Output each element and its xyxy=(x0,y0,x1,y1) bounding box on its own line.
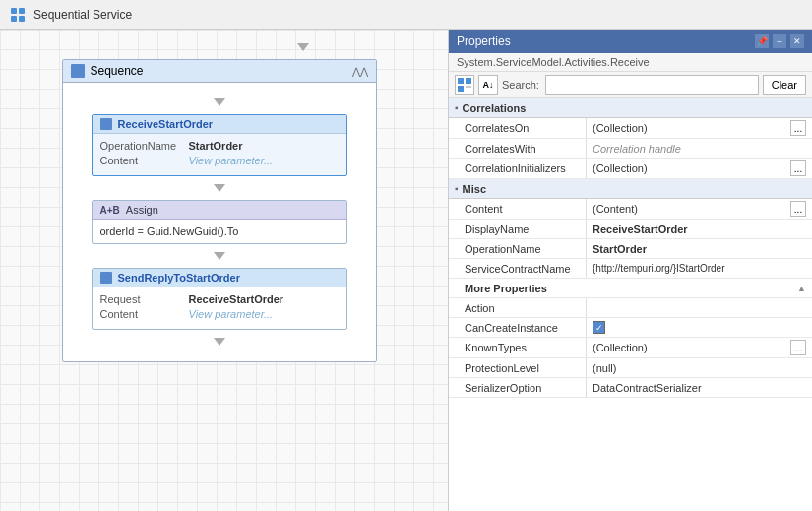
prop-name-protection-level: ProtectionLevel xyxy=(449,358,587,377)
send-reply-value-1: View parameter... xyxy=(189,308,274,320)
assign-activity[interactable]: A+B Assign orderId = Guid.NewGuid().To xyxy=(92,200,347,244)
misc-toggle[interactable]: ▪ xyxy=(455,183,459,194)
prop-can-create: CanCreateInstance ✓ xyxy=(449,318,812,338)
prop-name-correlates-with: CorrelatesWith xyxy=(449,139,587,158)
sequence-body: ReceiveStartOrder OperationName StartOrd… xyxy=(63,83,376,361)
prop-value-can-create: ✓ xyxy=(587,318,812,337)
connector-2 xyxy=(214,252,225,260)
more-props-row[interactable]: More Properties ▲ xyxy=(449,279,812,298)
assign-body: orderId = Guid.NewGuid().To xyxy=(93,220,346,243)
app-icon xyxy=(10,7,26,23)
prop-name-known-types: KnownTypes xyxy=(449,338,587,357)
sequence-label: Sequence xyxy=(91,64,144,78)
connector-1 xyxy=(214,184,225,192)
more-props-collapse-icon: ▲ xyxy=(797,284,806,293)
receive-value-0: StartOrder xyxy=(189,140,243,152)
section-misc: ▪ Misc xyxy=(449,179,812,199)
props-search-input[interactable] xyxy=(545,75,759,95)
prop-name-action: Action xyxy=(449,298,587,317)
prop-value-action xyxy=(587,298,812,317)
prop-name-correlates-on: CorrelatesOn xyxy=(449,118,587,138)
prop-value-protection-level: (null) xyxy=(587,358,812,377)
prop-value-correlates-with: Correlation handle xyxy=(587,139,812,158)
prop-value-service-contract: {http://tempuri.org/}IStartOrder xyxy=(587,259,812,278)
props-pin-btn[interactable]: 📌 xyxy=(755,34,769,48)
workflow-canvas[interactable]: Sequence ⋀⋀ ReceiveStartOrder xyxy=(0,30,448,511)
props-close-btn[interactable]: ✕ xyxy=(790,34,804,48)
receive-row-1: Content View parameter... xyxy=(100,155,339,166)
correlations-label: Correlations xyxy=(463,102,527,114)
svg-rect-7 xyxy=(466,86,471,88)
prop-name-correlation-init: CorrelationInitializers xyxy=(449,159,587,178)
receive-activity[interactable]: ReceiveStartOrder OperationName StartOrd… xyxy=(92,114,347,176)
prop-correlation-init: CorrelationInitializers (Collection) ... xyxy=(449,159,812,179)
send-reply-body: Request ReceiveStartOrder Content View p… xyxy=(93,287,346,329)
svg-rect-5 xyxy=(466,78,471,84)
prop-name-operation-name: OperationName xyxy=(449,239,587,258)
send-reply-value-0: ReceiveStartOrder xyxy=(189,293,284,305)
props-title-bar: Properties 📌 – ✕ xyxy=(449,30,812,53)
sequence-container: Sequence ⋀⋀ ReceiveStartOrder xyxy=(62,59,377,362)
props-title-controls: 📌 – ✕ xyxy=(755,34,804,48)
prop-value-correlates-on: (Collection) ... xyxy=(587,118,812,138)
prop-value-known-types: (Collection) ... xyxy=(587,338,812,357)
prop-value-content: (Content) ... xyxy=(587,199,812,219)
props-minimize-btn[interactable]: – xyxy=(773,34,786,48)
prop-correlates-on: CorrelatesOn (Collection) ... xyxy=(449,118,812,139)
svg-rect-4 xyxy=(458,78,464,84)
content-btn[interactable]: ... xyxy=(790,201,806,217)
prop-action: Action xyxy=(449,298,812,318)
prop-value-serializer: DataContractSerializer xyxy=(587,378,812,397)
prop-value-correlation-init: (Collection) ... xyxy=(587,159,812,178)
receive-icon xyxy=(100,118,112,130)
known-types-btn[interactable]: ... xyxy=(790,340,806,355)
app-title: Sequential Service xyxy=(33,8,132,22)
prop-correlates-with: CorrelatesWith Correlation handle xyxy=(449,139,812,159)
svg-rect-3 xyxy=(19,16,25,22)
misc-label: Misc xyxy=(463,183,486,195)
sequence-icon xyxy=(71,64,85,78)
receive-row-0: OperationName StartOrder xyxy=(100,140,339,152)
sequence-collapse-btn[interactable]: ⋀⋀ xyxy=(352,66,368,77)
can-create-checkbox[interactable]: ✓ xyxy=(593,321,605,334)
prop-name-content: Content xyxy=(449,199,587,219)
send-reply-label-0: Request xyxy=(100,293,189,305)
props-categorized-btn[interactable] xyxy=(455,75,474,95)
props-alphabetical-btn[interactable]: A↓ xyxy=(478,75,498,95)
send-reply-activity[interactable]: SendReplyToStartOrder Request ReceiveSta… xyxy=(92,268,347,330)
prop-name-service-contract: ServiceContractName xyxy=(449,259,587,278)
prop-name-display-name: DisplayName xyxy=(449,220,587,238)
prop-protection-level: ProtectionLevel (null) xyxy=(449,358,812,378)
send-reply-label-1: Content xyxy=(100,308,189,320)
assign-icon: A+B xyxy=(100,205,120,216)
main-content: Sequence ⋀⋀ ReceiveStartOrder xyxy=(0,30,812,511)
props-subtitle: System.ServiceModel.Activities.Receive xyxy=(449,53,812,72)
prop-service-contract: ServiceContractName {http://tempuri.org/… xyxy=(449,259,812,279)
assign-expression: orderId = Guid.NewGuid().To xyxy=(100,225,239,237)
assign-title: Assign xyxy=(126,204,158,216)
prop-serializer: SerializerOption DataContractSerializer xyxy=(449,378,812,398)
send-reply-title: SendReplyToStartOrder xyxy=(118,272,241,284)
props-clear-btn[interactable]: Clear xyxy=(763,75,806,95)
receive-activity-body: OperationName StartOrder Content View pa… xyxy=(93,134,346,175)
correlates-on-btn[interactable]: ... xyxy=(790,120,806,136)
correlations-toggle[interactable]: ▪ xyxy=(455,102,459,113)
prop-name-can-create: CanCreateInstance xyxy=(449,318,587,337)
inner-connector-bottom xyxy=(214,338,225,346)
svg-rect-2 xyxy=(11,16,17,22)
svg-rect-1 xyxy=(19,8,25,14)
prop-name-serializer: SerializerOption xyxy=(449,378,587,397)
receive-label-1: Content xyxy=(100,155,189,166)
prop-content: Content (Content) ... xyxy=(449,199,812,220)
prop-value-display-name: ReceiveStartOrder xyxy=(587,220,812,238)
send-reply-header: SendReplyToStartOrder xyxy=(93,269,346,287)
send-reply-row-1: Content View parameter... xyxy=(100,308,339,320)
correlation-init-btn[interactable]: ... xyxy=(790,160,806,176)
assign-header: A+B Assign xyxy=(93,201,346,220)
search-label: Search: xyxy=(502,79,541,91)
send-reply-icon xyxy=(100,272,112,284)
prop-display-name: DisplayName ReceiveStartOrder xyxy=(449,220,812,239)
receive-activity-header: ReceiveStartOrder xyxy=(93,115,346,134)
inner-connector-top xyxy=(214,98,225,106)
more-props-label: More Properties xyxy=(465,283,547,294)
